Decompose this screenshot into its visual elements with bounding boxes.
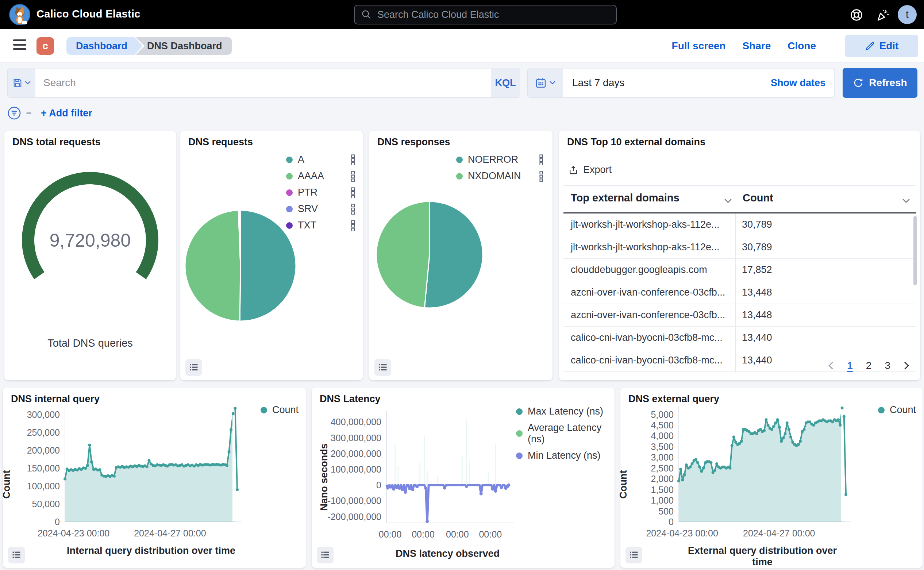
legend-item[interactable]: Count xyxy=(878,405,916,416)
legend-dot xyxy=(260,407,267,414)
legend-item[interactable]: NXDOMAIN xyxy=(456,170,544,182)
x-axis-title: External query distribution over time xyxy=(679,545,846,568)
space-badge[interactable]: c xyxy=(37,37,54,55)
y-axis-title: Count xyxy=(1,470,12,499)
page-number[interactable]: 2 xyxy=(866,360,872,371)
legend-actions-icon[interactable] xyxy=(351,171,356,182)
legend-actions-icon[interactable] xyxy=(351,154,356,165)
breadcrumb-dns-dashboard[interactable]: DNS Dashboard xyxy=(130,37,232,55)
svg-text:100,000,000: 100,000,000 xyxy=(331,464,382,474)
legend-actions-icon[interactable] xyxy=(351,220,356,231)
breadcrumb-label: Dashboard xyxy=(76,40,127,52)
count-cell: 30,789 xyxy=(736,242,772,253)
time-range-value[interactable]: Last 7 days xyxy=(563,77,771,89)
global-search[interactable] xyxy=(354,5,617,25)
legend-actions-icon[interactable] xyxy=(539,171,544,182)
panel-top-external-domains: DNS Top 10 external domains Export Top e… xyxy=(559,131,920,380)
legend-item[interactable]: Max Latency (ns) xyxy=(516,406,614,417)
dashboard-app: Calico Cloud Elastic t c Dashboard DNS D… xyxy=(0,0,924,570)
filter-row: + Add filter xyxy=(7,105,92,121)
panel-list-button[interactable] xyxy=(317,547,334,564)
count-cell: 13,448 xyxy=(736,310,772,321)
page-number[interactable]: 1 xyxy=(847,360,853,371)
legend-actions-icon[interactable] xyxy=(351,204,356,215)
legend-item[interactable]: Count xyxy=(260,405,299,416)
svg-text:50,000: 50,000 xyxy=(32,499,60,509)
svg-text:2024-04-27 00:00: 2024-04-27 00:00 xyxy=(743,528,815,538)
legend-item[interactable]: Min Latency (ns) xyxy=(516,450,614,461)
panel-dns-external-query: DNS external query 05001,0001,5002,0002,… xyxy=(621,388,922,568)
legend-item[interactable]: A xyxy=(286,154,356,165)
sort-chevron-icon[interactable] xyxy=(724,199,732,204)
legend-label: NXDOMAIN xyxy=(468,170,521,182)
clone-button[interactable]: Clone xyxy=(788,40,816,52)
legend-item[interactable]: PTR xyxy=(286,187,356,198)
svg-text:3,500: 3,500 xyxy=(651,441,674,452)
domain-cell: clouddebugger.googleapis.com xyxy=(564,264,736,276)
svg-text:00:00: 00:00 xyxy=(412,529,435,539)
menu-button[interactable] xyxy=(13,40,26,51)
domain-cell: azcni-over-ivan-conference-03cfb... xyxy=(564,287,736,298)
news-party-icon[interactable] xyxy=(876,8,890,22)
legend-dot xyxy=(516,452,523,459)
full-screen-button[interactable]: Full screen xyxy=(672,40,726,52)
chevron-down-icon xyxy=(25,81,31,85)
legend-label: Average Latency (ns) xyxy=(528,422,614,445)
pencil-icon xyxy=(865,41,875,51)
panel-list-button[interactable] xyxy=(625,547,642,564)
legend-actions-icon[interactable] xyxy=(351,187,356,198)
share-button[interactable]: Share xyxy=(742,40,771,52)
kql-label: KQL xyxy=(495,77,516,89)
svg-text:300,000,000: 300,000,000 xyxy=(331,433,382,443)
legend: Max Latency (ns)Average Latency (ns)Min … xyxy=(516,406,614,461)
calendar-icon xyxy=(535,77,547,89)
panel-dns-requests: DNS requests AAAAAPTRSRVTXT xyxy=(180,131,363,380)
svg-text:0: 0 xyxy=(376,480,382,490)
svg-text:9,720,980: 9,720,980 xyxy=(50,230,131,251)
page-number[interactable]: 3 xyxy=(884,360,890,371)
edit-button[interactable]: Edit xyxy=(845,35,918,57)
legend-item[interactable]: SRV xyxy=(286,203,356,215)
legend-item[interactable]: TXT xyxy=(286,220,356,231)
panel-list-button[interactable] xyxy=(374,359,391,376)
filter-icon[interactable] xyxy=(7,106,21,120)
calendar-menu-button[interactable] xyxy=(528,68,563,97)
kql-language-button[interactable]: KQL xyxy=(491,68,519,97)
legend: NOERRORNXDOMAIN xyxy=(456,154,544,182)
next-page-icon[interactable] xyxy=(904,361,909,371)
saved-query-menu-button[interactable] xyxy=(8,68,35,97)
legend-item[interactable]: NOERROR xyxy=(456,154,544,165)
column-header-count[interactable]: Count xyxy=(743,192,773,204)
previous-page-icon[interactable] xyxy=(828,361,834,371)
add-filter-button[interactable]: + Add filter xyxy=(41,108,92,119)
export-button[interactable]: Export xyxy=(568,164,611,176)
legend-label: NOERROR xyxy=(468,154,518,165)
legend-dot xyxy=(516,430,523,437)
gauge-subtitle: Total DNS queries xyxy=(5,337,176,349)
export-icon xyxy=(568,165,579,176)
legend-item[interactable]: Average Latency (ns) xyxy=(516,422,614,445)
legend-label: Min Latency (ns) xyxy=(528,450,601,461)
show-dates-button[interactable]: Show dates xyxy=(771,77,834,89)
help-icon[interactable] xyxy=(850,8,863,22)
refresh-button[interactable]: Refresh xyxy=(843,68,918,98)
global-search-input[interactable] xyxy=(377,9,610,21)
svg-text:300,000: 300,000 xyxy=(27,409,60,420)
panel-list-button[interactable] xyxy=(8,547,25,564)
query-search-input[interactable] xyxy=(35,77,491,89)
table-row: calico-cni-ivan-byocni-03cfb8-mc...13,44… xyxy=(564,326,916,349)
breadcrumb-dashboard[interactable]: Dashboard xyxy=(66,37,135,55)
legend-item[interactable]: AAAA xyxy=(286,170,356,182)
table-body: jlt-worksh-jlt-workshop-aks-112e...30,78… xyxy=(564,213,916,372)
legend-actions-icon[interactable] xyxy=(539,154,544,165)
user-avatar[interactable]: t xyxy=(898,5,917,24)
panel-list-button[interactable] xyxy=(185,359,202,376)
count-cell: 17,852 xyxy=(736,264,772,276)
column-header-domains[interactable]: Top external domains xyxy=(571,192,679,204)
svg-text:2,500: 2,500 xyxy=(651,463,674,473)
list-icon xyxy=(11,550,21,560)
svg-text:00:00: 00:00 xyxy=(446,529,469,539)
sort-chevron-icon[interactable] xyxy=(902,199,910,204)
svg-text:200,000: 200,000 xyxy=(27,445,60,455)
table-scrollbar[interactable] xyxy=(913,216,917,285)
